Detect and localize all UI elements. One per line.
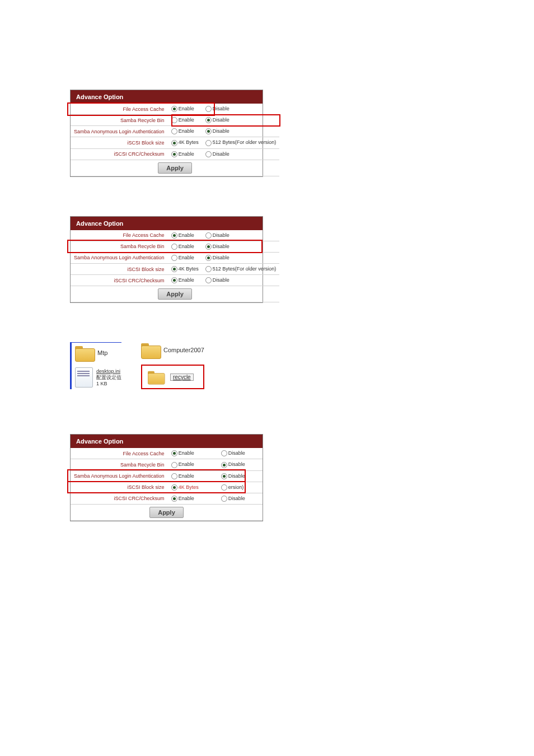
label-iscsi-block-size: iSCSI Block size	[71, 137, 168, 148]
folders-left-column: Mtp desktop.ini 配置设定值 1 KB	[70, 342, 121, 389]
label-samba-recycle-bin: Samba Recycle Bin	[71, 241, 168, 252]
label-iscsi-crc: iSCSI CRC/Checksum	[71, 148, 168, 160]
folder-icon	[141, 342, 160, 358]
apply-button[interactable]: Apply	[158, 162, 192, 174]
option-enable-text: Enable	[179, 117, 194, 123]
radio-disable[interactable]	[205, 232, 212, 239]
row-iscsi-crc: iSCSI CRC/Checksum Enable Disable	[71, 275, 279, 286]
label-samba-recycle-bin: Samba Recycle Bin	[71, 115, 168, 126]
radio-disable[interactable]	[205, 106, 212, 112]
option-enable-text: Enable	[179, 128, 194, 134]
ini-file-icon	[75, 367, 93, 388]
radio-disable[interactable]	[221, 450, 227, 456]
radio-enable[interactable]	[171, 106, 177, 112]
row-samba-anon-login: Samba Anonymous Login Authentication Ena…	[71, 252, 279, 263]
radio-enable[interactable]	[171, 232, 177, 239]
radio-4k[interactable]	[171, 266, 177, 272]
label-file-access-cache: File Access Cache	[71, 448, 168, 459]
option-enable-text: Enable	[179, 277, 194, 283]
radio-512[interactable]	[205, 266, 212, 272]
option-512-text: 512 Bytes(For older version)	[213, 266, 277, 272]
folder-icon	[75, 345, 94, 361]
row-samba-anon-login: Samba Anonymous Login Authentication Ena…	[71, 470, 263, 482]
row-iscsi-crc: iSCSI CRC/Checksum Enable Disable	[71, 148, 279, 160]
option-disable-text: Disable	[228, 473, 245, 479]
ini-file-sub2: 1 KB	[96, 381, 107, 386]
radio-enable[interactable]	[171, 496, 177, 502]
option-enable-text: Enable	[179, 461, 194, 467]
row-iscsi-block-size: iSCSI Block size 4K Bytes 512 Bytes(For …	[71, 137, 279, 148]
row-file-access-cache: File Access Cache Enable Disable	[71, 104, 279, 115]
apply-button[interactable]: Apply	[158, 288, 192, 300]
option-disable-text: Disable	[228, 461, 245, 467]
radio-disable[interactable]	[205, 151, 212, 157]
radio-enable[interactable]	[171, 128, 177, 134]
row-samba-recycle-bin: Samba Recycle Bin Enable Disable	[71, 241, 279, 252]
radio-enable[interactable]	[171, 255, 177, 261]
advance-option-panel-3: Advance Option File Access Cache Enable …	[70, 434, 263, 521]
radio-enable[interactable]	[171, 462, 177, 468]
radio-4k[interactable]	[171, 484, 177, 491]
label-file-access-cache: File Access Cache	[71, 230, 168, 241]
folder-item-recycle-highlight: recycle	[141, 365, 204, 389]
radio-disable[interactable]	[205, 255, 212, 261]
row-iscsi-crc: iSCSI CRC/Checksum Enable Disable	[71, 493, 263, 504]
option-4k-text: 4K Bytes	[179, 484, 199, 490]
radio-disable[interactable]	[205, 128, 212, 134]
radio-disable[interactable]	[205, 244, 212, 250]
radio-disable[interactable]	[205, 117, 212, 123]
label-samba-anon-login: Samba Anonymous Login Authentication	[71, 126, 168, 137]
option-512-text: 512 Bytes(For older version)	[213, 139, 277, 145]
folder-label-recycle[interactable]: recycle	[170, 374, 194, 381]
folder-icon	[148, 370, 164, 384]
radio-disable[interactable]	[221, 473, 227, 479]
option-disable-text: Disable	[213, 117, 229, 123]
panel-title: Advance Option	[71, 90, 263, 104]
option-enable-text: Enable	[179, 255, 194, 260]
label-iscsi-crc: iSCSI CRC/Checksum	[71, 275, 168, 286]
folder-item-computer2007[interactable]: Computer2007	[141, 342, 204, 358]
option-enable-text: Enable	[179, 106, 194, 111]
apply-button[interactable]: Apply	[149, 507, 184, 518]
radio-enable[interactable]	[171, 244, 177, 250]
folder-label: Computer2007	[163, 347, 204, 353]
option-enable-text: Enable	[179, 232, 194, 238]
option-enable-text: Enable	[179, 151, 194, 157]
option-disable-text: Disable	[228, 450, 245, 456]
option-disable-text: Disable	[213, 255, 229, 260]
radio-disable[interactable]	[221, 462, 227, 468]
radio-enable[interactable]	[171, 151, 177, 157]
option-disable-text: Disable	[213, 128, 229, 134]
radio-enable[interactable]	[171, 117, 177, 123]
radio-enable[interactable]	[171, 277, 177, 283]
row-samba-recycle-bin: Samba Recycle Bin Enable Disable	[71, 459, 263, 470]
radio-4k[interactable]	[171, 140, 177, 146]
panel-title: Advance Option	[71, 217, 263, 230]
row-iscsi-block-size: iSCSI Block size 4K Bytes ersion)	[71, 482, 263, 493]
file-item-desktop-ini[interactable]: desktop.ini 配置设定值 1 KB	[75, 367, 121, 388]
label-iscsi-block-size: iSCSI Block size	[71, 482, 168, 493]
radio-disable[interactable]	[205, 277, 212, 283]
radio-512[interactable]	[221, 484, 227, 491]
folder-item-mtp[interactable]: Mtp	[75, 345, 121, 361]
option-enable-text: Enable	[179, 496, 194, 501]
ini-file-name: desktop.ini	[96, 368, 120, 374]
option-disable-text: Disable	[213, 277, 229, 283]
radio-disable[interactable]	[221, 496, 227, 502]
option-disable-text: Disable	[213, 232, 229, 238]
ini-file-sub1: 配置设定值	[96, 375, 121, 380]
radio-enable[interactable]	[171, 473, 177, 479]
advance-option-panel-1: Advance Option File Access Cache Enable …	[70, 90, 263, 177]
label-samba-anon-login: Samba Anonymous Login Authentication	[71, 470, 168, 482]
option-512-text: ersion)	[228, 484, 244, 490]
option-enable-text: Enable	[179, 473, 194, 479]
option-disable-text: Disable	[228, 496, 245, 501]
label-iscsi-crc: iSCSI CRC/Checksum	[71, 493, 168, 504]
radio-512[interactable]	[205, 140, 212, 146]
option-4k-text: 4K Bytes	[179, 139, 199, 145]
row-file-access-cache: File Access Cache Enable Disable	[71, 448, 263, 459]
option-enable-text: Enable	[179, 450, 194, 456]
row-samba-recycle-bin: Samba Recycle Bin Enable Disable	[71, 115, 279, 126]
label-iscsi-block-size: iSCSI Block size	[71, 264, 168, 275]
radio-enable[interactable]	[171, 450, 177, 456]
